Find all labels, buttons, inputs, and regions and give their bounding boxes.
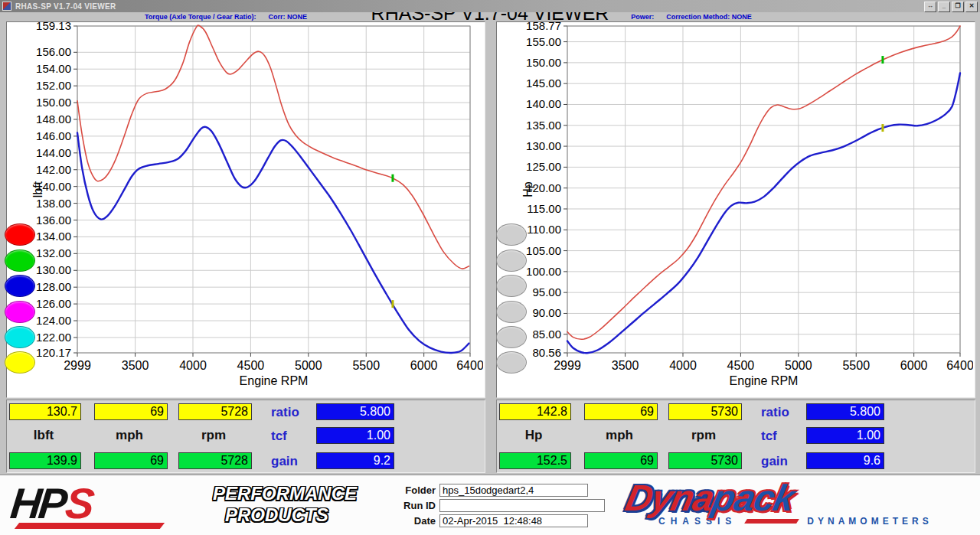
- torque-plot[interactable]: 159.13156.00154.00152.00150.00148.00146.…: [7, 22, 483, 396]
- svg-text:156.00: 156.00: [36, 45, 71, 58]
- svg-text:142.00: 142.00: [36, 163, 71, 176]
- svg-text:150.00: 150.00: [526, 56, 561, 69]
- window-titlebar[interactable]: RHAS-SP V1.7-04 VIEWER ↔ _ ❐ ✕: [0, 0, 980, 12]
- cursor-power-value: 142.8: [499, 403, 571, 420]
- run-color-button-cyan[interactable]: [5, 326, 35, 348]
- power-correction-label: Correction Method: NONE: [666, 13, 752, 21]
- dynapack-logo-bar: [744, 519, 799, 524]
- gain-label: gain: [761, 454, 804, 469]
- hps-performance-products-text: PERFORMANCE PRODUCTS: [213, 483, 357, 526]
- gain-label: gain: [271, 454, 314, 469]
- svg-text:132.00: 132.00: [36, 246, 71, 259]
- torque-correction-label: Corr: NONE: [269, 13, 308, 21]
- hps-logo-s: S: [63, 479, 96, 527]
- cursor-rpm-value: 5728: [178, 403, 252, 420]
- svg-text:155.00: 155.00: [526, 35, 561, 48]
- svg-text:3500: 3500: [122, 359, 149, 372]
- svg-text:6400: 6400: [946, 359, 973, 372]
- power-run-blue: [567, 73, 960, 354]
- svg-text:90.00: 90.00: [532, 306, 561, 319]
- svg-text:4000: 4000: [669, 359, 697, 372]
- run-color-button-blue[interactable]: [5, 275, 35, 297]
- svg-text:105.00: 105.00: [526, 244, 561, 257]
- svg-text:5000: 5000: [785, 359, 812, 372]
- torque-readout-panel: 130.7 69 5728 ratio 5.800 lbft mph rpm t…: [6, 400, 485, 473]
- run-gray-button-3[interactable]: [496, 275, 527, 297]
- run-color-button-yellow[interactable]: [5, 351, 35, 374]
- svg-text:85.00: 85.00: [532, 328, 561, 341]
- svg-text:122.00: 122.00: [36, 331, 71, 344]
- svg-text:3500: 3500: [612, 359, 639, 372]
- run-rpm-value: 5730: [668, 452, 742, 469]
- svg-text:135.00: 135.00: [526, 119, 561, 132]
- torque-run-blue: [77, 127, 469, 353]
- window-minimize-button[interactable]: _: [938, 2, 950, 12]
- run-color-button-green[interactable]: [5, 250, 35, 272]
- gain-value: 9.6: [806, 452, 884, 469]
- run-rpm-value: 5728: [178, 452, 252, 469]
- ratio-value: 5.800: [316, 403, 394, 420]
- svg-text:6000: 6000: [410, 359, 438, 372]
- rpm-unit-label: rpm: [668, 427, 739, 444]
- svg-text:95.00: 95.00: [532, 285, 561, 298]
- hps-performance-line: PERFORMANCE: [213, 483, 357, 504]
- power-readout-panel: 142.8 69 5730 ratio 5.800 Hp mph rpm tcf…: [496, 400, 975, 473]
- run-gray-button-1[interactable]: [496, 223, 527, 246]
- window-controls: ↔ _ ❐ ✕: [924, 2, 978, 12]
- power-plot[interactable]: 158.77155.00150.00145.00140.00135.00130.…: [497, 22, 973, 396]
- torque-chart-panel: 159.13156.00154.00152.00150.00148.00146.…: [6, 21, 485, 398]
- cursor-mph-value: 69: [94, 403, 168, 420]
- dynapack-logo-pack: pack: [709, 478, 799, 518]
- svg-text:4500: 4500: [237, 359, 265, 372]
- date-input[interactable]: [439, 514, 588, 527]
- svg-text:134.00: 134.00: [36, 230, 71, 243]
- svg-text:6400: 6400: [456, 359, 483, 372]
- app-icon: [2, 2, 11, 11]
- torque-run-red: [77, 25, 469, 269]
- svg-text:159.13: 159.13: [36, 22, 71, 32]
- run-gray-button-5[interactable]: [496, 326, 527, 348]
- svg-text:146.00: 146.00: [36, 129, 71, 142]
- run-color-button-red[interactable]: [5, 223, 35, 246]
- gain-value: 9.2: [316, 452, 394, 469]
- run-gray-button-6[interactable]: [496, 351, 527, 374]
- run-mph-value: 69: [584, 452, 658, 469]
- folder-input[interactable]: [439, 484, 588, 497]
- ratio-label: ratio: [271, 405, 314, 420]
- svg-text:128.00: 128.00: [36, 280, 71, 293]
- svg-text:5000: 5000: [295, 359, 322, 372]
- svg-text:154.00: 154.00: [36, 62, 71, 75]
- svg-text:158.77: 158.77: [526, 22, 561, 32]
- svg-text:2999: 2999: [64, 359, 91, 372]
- rpm-unit-label: rpm: [178, 427, 249, 444]
- x-axis-title: Engine RPM: [730, 374, 799, 387]
- hps-logo: HPS: [8, 478, 97, 528]
- run-gray-button-4[interactable]: [496, 301, 527, 323]
- run-id-input[interactable]: [439, 499, 605, 512]
- dynapack-logo-dyna: Dyna: [622, 478, 717, 518]
- run-gray-button-2[interactable]: [496, 250, 527, 272]
- tcf-label: tcf: [761, 429, 804, 444]
- window-resize-button[interactable]: ↔: [924, 2, 936, 12]
- hps-logo-hp: HP: [8, 479, 67, 527]
- power-chart-panel: 158.77155.00150.00145.00140.00135.00130.…: [496, 21, 975, 398]
- svg-text:100.00: 100.00: [526, 265, 561, 278]
- run-id-label: Run ID: [381, 500, 436, 511]
- tcf-value: 1.00: [806, 427, 884, 444]
- x-axis-title: Engine RPM: [240, 374, 309, 387]
- svg-text:140.00: 140.00: [526, 97, 561, 110]
- svg-text:130.00: 130.00: [526, 139, 561, 152]
- svg-text:2999: 2999: [554, 359, 581, 372]
- run-color-button-magenta[interactable]: [5, 301, 35, 323]
- svg-text:148.00: 148.00: [36, 113, 71, 126]
- cursor-rpm-value: 5730: [668, 403, 742, 420]
- svg-text:115.00: 115.00: [527, 202, 561, 215]
- dynapack-logo: Dynapack CHASSIS DYNAMOMETERS: [626, 477, 933, 527]
- power-chart-title: Power:: [631, 13, 654, 21]
- mph-unit-label: mph: [584, 427, 655, 444]
- window-maximize-button[interactable]: ❐: [952, 2, 964, 12]
- window-title: RHAS-SP V1.7-04 VIEWER: [15, 2, 116, 11]
- hps-logo-swoosh: [15, 523, 165, 529]
- window-close-button[interactable]: ✕: [965, 2, 978, 12]
- mph-unit-label: mph: [94, 427, 165, 444]
